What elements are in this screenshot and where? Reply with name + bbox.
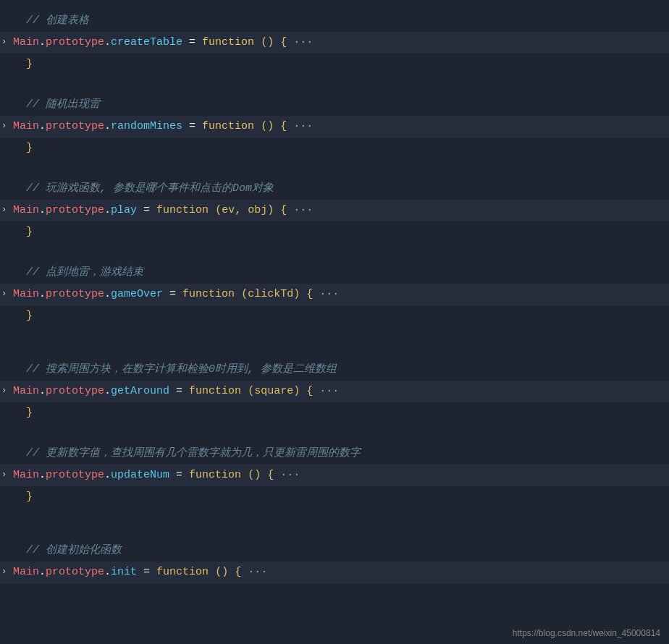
- comment-play: // 玩游戏函数, 参数是哪个事件和点击的Dom对象: [0, 178, 669, 200]
- code-block-getaround: // 搜索周围方块，在数字计算和检验0时用到, 参数是二维数组 › Main.p…: [0, 356, 669, 427]
- code-content-createtable: Main.prototype.createTable = function ()…: [13, 34, 669, 51]
- code-line-gameover: › Main.prototype.gameOver = function (cl…: [0, 284, 669, 305]
- code-block-updatenum: // 更新数字值，查找周围有几个雷数字就为几，只更新雷周围的数字 › Main.…: [0, 440, 669, 511]
- code-line-play: › Main.prototype.play = function (ev, ob…: [0, 200, 669, 221]
- collapse-arrow-play[interactable]: ›: [1, 203, 13, 217]
- code-line-randommines: › Main.prototype.randomMines = function …: [0, 116, 669, 137]
- code-block-randommines: // 随机出现雷 › Main.prototype.randomMines = …: [0, 91, 669, 162]
- code-line-getaround-close: }: [0, 402, 669, 424]
- code-line-createtable-close: }: [0, 54, 669, 75]
- collapse-arrow-createtable[interactable]: ›: [1, 35, 13, 49]
- collapse-arrow-gameover[interactable]: ›: [1, 287, 13, 301]
- code-line-play-close: }: [0, 221, 669, 243]
- code-close-play: }: [26, 224, 669, 241]
- comment-getaround: // 搜索周围方块，在数字计算和检验0时用到, 参数是二维数组: [0, 359, 669, 381]
- code-line-updatenum: › Main.prototype.updateNum = function ()…: [0, 465, 669, 486]
- code-content-play: Main.prototype.play = function (ev, obj)…: [13, 202, 669, 219]
- code-content-gameover: Main.prototype.gameOver = function (clic…: [13, 286, 669, 303]
- collapse-arrow-init[interactable]: ›: [1, 565, 13, 579]
- code-close-randommines: }: [26, 140, 669, 157]
- code-close-gameover: }: [26, 308, 669, 325]
- code-line-init: › Main.prototype.init = function () { ··…: [0, 562, 669, 583]
- code-close-getaround: }: [26, 404, 669, 422]
- code-block-init: // 创建初始化函数 › Main.prototype.init = funct…: [0, 537, 669, 586]
- code-line-randommines-close: }: [0, 137, 669, 159]
- comment-createtable: // 创建表格: [0, 10, 669, 32]
- comment-gameover: // 点到地雷，游戏结束: [0, 262, 669, 284]
- collapse-arrow-getaround[interactable]: ›: [1, 384, 13, 398]
- code-block-createtable: // 创建表格 › Main.prototype.createTable = f…: [0, 7, 669, 78]
- code-close-createtable: }: [26, 56, 669, 73]
- code-content-updatenum: Main.prototype.updateNum = function () {…: [13, 467, 669, 484]
- code-block-gameover: // 点到地雷，游戏结束 › Main.prototype.gameOver =…: [0, 259, 669, 330]
- code-line-getaround: › Main.prototype.getAround = function (s…: [0, 381, 669, 402]
- code-content-init: Main.prototype.init = function () { ···: [13, 564, 669, 581]
- code-close-updatenum: }: [26, 488, 669, 506]
- code-block-play: // 玩游戏函数, 参数是哪个事件和点击的Dom对象 › Main.protot…: [0, 175, 669, 246]
- comment-randommines: // 随机出现雷: [0, 94, 669, 116]
- code-line-createtable: › Main.prototype.createTable = function …: [0, 32, 669, 54]
- code-editor: // 创建表格 › Main.prototype.createTable = f…: [0, 0, 669, 593]
- collapse-arrow-updatenum[interactable]: ›: [1, 468, 13, 482]
- collapse-arrow-randommines[interactable]: ›: [1, 119, 13, 133]
- watermark: https://blog.csdn.net/weixin_45000814: [513, 628, 660, 638]
- code-content-getaround: Main.prototype.getAround = function (squ…: [13, 383, 669, 400]
- comment-updatenum: // 更新数字值，查找周围有几个雷数字就为几，只更新雷周围的数字: [0, 443, 669, 465]
- code-line-updatenum-close: }: [0, 486, 669, 508]
- comment-init: // 创建初始化函数: [0, 540, 669, 562]
- code-line-gameover-close: }: [0, 305, 669, 327]
- code-content-randommines: Main.prototype.randomMines = function ()…: [13, 118, 669, 135]
